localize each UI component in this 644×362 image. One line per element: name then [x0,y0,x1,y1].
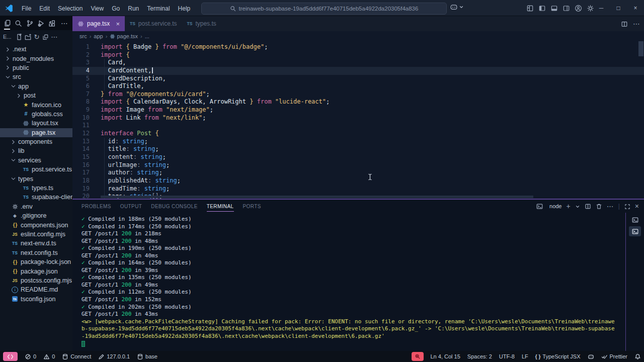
terminal-instance-1[interactable] [629,215,641,225]
terminal-instance-2[interactable] [629,226,641,236]
code-line-7[interactable]: 7} from "@/components/ui/card"; [72,90,644,99]
code-line-6[interactable]: 6 CardTitle, [72,82,644,90]
tree-item-post.service.ts[interactable]: TSpost.service.ts [0,165,72,174]
tree-item-package.json[interactable]: { }package.json [0,266,72,276]
command-center[interactable]: treinaweb-supabase-19ad5ddd6f77e40715deb… [201,3,447,15]
database-indicator[interactable]: base [137,353,157,360]
activity-source-control-icon[interactable] [26,17,34,30]
explorer-more-icon[interactable]: ⋯ [51,34,57,40]
indentation[interactable]: Spaces: 2 [467,353,492,359]
breadcrumb-page.tsx[interactable]: page.tsx [110,33,138,40]
zoom-indicator[interactable] [412,352,424,361]
notifications-bell[interactable] [634,353,641,360]
activity-explorer-icon[interactable] [3,17,11,30]
tree-item-supabase-client.ts[interactable]: TSsupabase-client.ts [0,193,72,202]
code-editor[interactable]: 1import { Badge } from "@/components/ui/… [72,41,644,199]
eol[interactable]: LF [522,353,528,359]
code-line-2[interactable]: 2import { [72,51,644,59]
maximize-panel-icon[interactable] [624,203,630,210]
code-line-15[interactable]: 15 content: string; [72,153,644,161]
prettier-status[interactable]: Prettier [601,353,627,360]
collapse-folders-icon[interactable] [42,32,49,41]
code-line-12[interactable]: 12interface Post { [72,130,644,138]
remote-indicator[interactable] [3,352,18,361]
code-line-11[interactable]: 11 [72,122,644,130]
breadcrumb-src[interactable]: src [79,33,87,39]
tree-item-.gitignore[interactable]: ◆.gitignore [0,211,72,220]
tab-post.service.ts[interactable]: TSpost.service.ts [125,16,182,31]
tree-item-next-env.d.ts[interactable]: TSnext-env.d.ts [0,239,72,248]
activity-more-icon[interactable]: ⋯ [59,17,69,30]
errors-count[interactable]: 0 [25,353,36,360]
tree-item-next.config.ts[interactable]: TSnext.config.ts [0,248,72,257]
code-line-10[interactable]: 10import Link from "next/link"; [72,114,644,122]
code-line-17[interactable]: 17 author: string; [72,169,644,177]
panel-tab-debug-console[interactable]: DEBUG CONSOLE [151,200,197,213]
tree-item-README.md[interactable]: iREADME.md [0,285,72,294]
tree-item-src[interactable]: src [0,72,72,81]
tree-item-postcss.config.mjs[interactable]: JSpostcss.config.mjs [0,276,72,285]
toggle-primary-sidebar-icon[interactable] [538,4,546,13]
sqltools-connect[interactable]: Connect [62,353,91,360]
menu-terminal[interactable]: Terminal [143,4,174,14]
menu-view[interactable]: View [87,4,108,14]
code-line-5[interactable]: 5 CardDescription, [72,75,644,83]
toggle-secondary-sidebar-icon[interactable] [562,4,570,13]
code-line-14[interactable]: 14 title: string; [72,145,644,153]
refresh-explorer-icon[interactable]: ↻ [34,34,39,40]
tree-item-globals.css[interactable]: #globals.css [0,110,72,119]
tree-item-services[interactable]: services [0,156,72,165]
tree-item-package-lock.json[interactable]: { }package-lock.json [0,257,72,266]
tab-page.tsx[interactable]: page.tsx× [72,16,125,31]
menu-run[interactable]: Run [124,4,143,14]
accounts-icon[interactable] [575,4,582,13]
menu-go[interactable]: Go [108,4,124,14]
code-line-16[interactable]: 16 urlImage: string; [72,161,644,169]
editor-horizontal-scrollbar[interactable] [101,196,533,198]
terminal-output[interactable]: ✓ Compiled in 188ms (250 modules)✓ Compi… [72,213,625,351]
toggle-panel-icon[interactable] [550,4,558,13]
tree-item-.env[interactable]: .env [0,202,72,211]
close-panel-icon[interactable]: × [635,203,639,210]
code-line-3[interactable]: 3 Card, [72,59,644,67]
cursor-position[interactable]: Ln 4, Col 15 [431,353,460,359]
encoding[interactable]: UTF-8 [499,353,515,359]
panel-more-icon[interactable]: ⋯ [607,203,614,210]
tree-item-eslint.config.mjs[interactable]: JSeslint.config.mjs [0,230,72,239]
breadcrumb-app[interactable]: app [94,33,103,39]
host-indicator[interactable]: 127.0.0.1 [98,353,130,360]
code-line-18[interactable]: 18 publishedAt: string; [72,177,644,185]
menu-file[interactable]: File [18,4,35,14]
maximize-button[interactable]: □ [610,0,627,16]
panel-tab-problems[interactable]: PROBLEMS [82,200,111,213]
panel-tab-output[interactable]: OUTPUT [120,200,142,213]
kill-terminal-icon[interactable] [596,203,602,210]
tree-item-lib[interactable]: lib [0,146,72,155]
copilot-menu-button[interactable] [450,3,464,11]
minimize-button[interactable]: ─ [593,0,610,16]
tree-item-components[interactable]: components [0,137,72,146]
copilot-status[interactable] [588,353,594,360]
tree-item-tsconfig.json[interactable]: tstsconfig.json [0,295,72,304]
customize-layout-icon[interactable] [526,4,534,13]
close-button[interactable]: × [627,0,644,16]
tree-item-components.json[interactable]: { }components.json [0,220,72,229]
activity-extensions-icon[interactable] [48,17,56,30]
tree-item-types.ts[interactable]: TStypes.ts [0,184,72,193]
panel-tab-ports[interactable]: PORTS [243,200,261,213]
tree-item-types[interactable]: types [0,174,72,183]
menu-edit[interactable]: Edit [35,4,54,14]
tree-item-page.tsx[interactable]: page.tsx [0,128,72,137]
terminal-dropdown-icon[interactable] [575,203,580,210]
tree-item-post[interactable]: post [0,91,72,100]
code-line-8[interactable]: 8import { CalendarDays, Clock, ArrowRigh… [72,98,644,106]
close-tab-icon[interactable]: × [116,20,120,28]
tab-types.ts[interactable]: TStypes.ts [182,16,221,31]
panel-tab-terminal[interactable]: TERMINAL [207,200,234,213]
tree-item-app[interactable]: app [0,82,72,91]
activity-search-icon[interactable] [14,17,22,30]
activity-run-debug-icon[interactable] [37,17,45,30]
menu-selection[interactable]: Selection [54,4,87,14]
code-line-1[interactable]: 1import { Badge } from "@/components/ui/… [72,43,644,51]
breadcrumb-...[interactable]: ... [145,33,149,39]
